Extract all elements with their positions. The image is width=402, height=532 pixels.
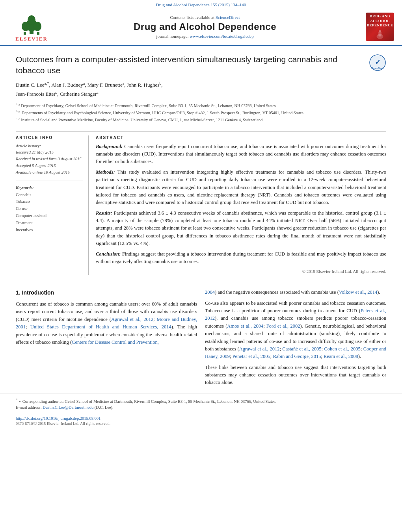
revised-date: Received in revised form 3 August 2015 xyxy=(16,156,83,163)
journal-homepage-link[interactable]: www.elsevier.com/locate/drugalcdep xyxy=(190,34,253,39)
footnote-star: * ⋆ Corresponding author at: Geisel Scho… xyxy=(16,397,386,404)
svg-point-3 xyxy=(34,22,41,31)
journal-title: Drug and Alcohol Dependence xyxy=(55,21,355,32)
svg-text:CrossMark: CrossMark xyxy=(371,67,384,70)
keywords-block: Keywords: Cannabis Tobacco Co-use Comput… xyxy=(16,184,83,234)
article-info-abstract-section: ARTICLE INFO Article history: Received 2… xyxy=(16,135,386,275)
ref-cohen[interactable]: Cohen et al., 2005 xyxy=(324,346,360,352)
keyword-tobacco: Tobacco xyxy=(16,198,83,205)
sciencedirect-link[interactable]: ScienceDirect xyxy=(216,15,240,20)
ref-agrawal-2012[interactable]: Agrawal et al., 2012 xyxy=(111,317,153,322)
page: Drug and Alcohol Dependence 155 (2015) 1… xyxy=(0,0,402,430)
article-title: Outcomes from a computer-assisted interv… xyxy=(16,54,363,76)
intro-p1: Concurrent use of tobacco is common amon… xyxy=(16,300,197,346)
journal-center-info: Contents lists available at ScienceDirec… xyxy=(55,15,355,39)
received-date: Received 21 May 2015 xyxy=(16,149,83,156)
abstract-results: Results: Participants achieved 3.6 ± 4.3… xyxy=(96,209,386,248)
ref-penetar[interactable]: Penetar et al., 2005 xyxy=(233,354,270,359)
keyword-cannabis: Cannabis xyxy=(16,191,83,198)
copyright-line: © 2015 Elsevier Ireland Ltd. All rights … xyxy=(96,268,386,275)
ref-agrawal2[interactable]: Agrawal et al., 2012 xyxy=(239,346,280,352)
keyword-computer: Computer-assisted xyxy=(16,212,83,219)
article-title-area: Outcomes from a computer-assisted interv… xyxy=(16,54,363,127)
ref-amos[interactable]: Amos et al., 2004 xyxy=(227,323,263,329)
elsevier-label: ELSEVIER xyxy=(15,36,48,42)
intro-p1-cont: 2004) and the negative consequences asso… xyxy=(205,289,386,296)
svg-point-2 xyxy=(22,22,30,31)
body-col-1: 1. Introduction Concurrent use of tobacc… xyxy=(16,289,197,390)
ref-ford[interactable]: Ford et al., 2002 xyxy=(266,323,300,329)
footnote-email-link[interactable]: Dustin.C.Lee@Dartmouth.edu xyxy=(43,405,93,410)
history-label: Article history: xyxy=(16,144,41,148)
badge-title-line2: DEPENDENCE xyxy=(367,23,393,28)
journal-header: ELSEVIER Contents lists available at Sci… xyxy=(0,8,402,46)
badge-title-line1: DRUG AND ALCOHOL xyxy=(367,14,393,23)
footnote-area: * ⋆ Corresponding author at: Geisel Scho… xyxy=(0,393,402,414)
journal-citation: Drug and Alcohol Dependence 155 (2015) 1… xyxy=(156,2,246,7)
abstract-background: Background: Cannabis users frequently re… xyxy=(96,143,386,166)
accepted-date: Accepted 5 August 2015 xyxy=(16,163,83,169)
footnote-email: E-mail address: Dustin.C.Lee@Dartmouth.e… xyxy=(16,404,386,411)
intro-heading: 1. Introduction xyxy=(16,289,197,297)
issn-line: 0376-8716/© 2015 Elsevier Ireland Ltd. A… xyxy=(0,421,402,430)
journal-badge-icon xyxy=(374,29,385,39)
affiliation-c: c ᶜ Institute of Social and Preventive M… xyxy=(16,116,363,123)
keyword-incentives: Incentives xyxy=(16,226,83,234)
crossmark-badge[interactable]: ✓ CrossMark xyxy=(369,54,386,71)
ref-usdhhs[interactable]: United States Department of Health and H… xyxy=(30,324,171,330)
article-title-section: Outcomes from a computer-assisted interv… xyxy=(16,54,386,127)
authors-line: Dustin C. Leea,*, Alan J. Budneya, Mary … xyxy=(16,80,363,98)
journal-badge-area: DRUG AND ALCOHOL DEPENDENCE xyxy=(355,13,394,41)
article-info-heading: ARTICLE INFO xyxy=(16,135,83,140)
doi-line: http://dx.doi.org/10.1016/j.drugalcdep.2… xyxy=(0,414,402,421)
divider-info xyxy=(16,180,83,180)
ref-volkow[interactable]: Volkow et al., 2014 xyxy=(339,289,377,295)
ref-rabin[interactable]: Rabin and George, 2015 xyxy=(273,354,321,359)
article-history: Article history: Received 21 May 2015 Re… xyxy=(16,143,83,176)
svg-point-4 xyxy=(28,15,35,25)
journal-citation-bar: Drug and Alcohol Dependence 155 (2015) 1… xyxy=(0,0,402,8)
affiliation-b: b ᵇ Departments of Psychiatry and Psycho… xyxy=(16,109,363,116)
body-section: 1. Introduction Concurrent use of tobacc… xyxy=(0,289,402,390)
abstract-methods: Methods: This study evaluated an interve… xyxy=(96,169,386,207)
abstract-conclusion: Conclusion: Findings suggest that provid… xyxy=(96,250,386,266)
keywords-label: Keywords: xyxy=(16,185,34,190)
article-content: Outcomes from a computer-assisted interv… xyxy=(0,46,402,283)
ref-cdc[interactable]: Centers for Disease Control and Preventi… xyxy=(72,339,159,345)
ref-castane[interactable]: Castañé et al., 2005 xyxy=(282,346,321,352)
journal-homepage-line: journal homepage: www.elsevier.com/locat… xyxy=(55,34,355,39)
affiliation-a: a ᵃ Department of Psychiatry, Geisel Sch… xyxy=(16,102,363,109)
elsevier-logo: ELSEVIER xyxy=(15,11,48,42)
svg-rect-5 xyxy=(24,32,26,35)
svg-rect-6 xyxy=(37,32,39,35)
divider-1 xyxy=(16,131,386,132)
elsevier-logo-area: ELSEVIER xyxy=(8,11,55,42)
svg-rect-9 xyxy=(379,30,381,32)
crossmark-icon: ✓ CrossMark xyxy=(369,54,386,71)
intro-p3: These links between cannabis and tobacco… xyxy=(205,364,386,387)
ref-ream[interactable]: Ream et al., 2008 xyxy=(324,354,358,359)
doi-url[interactable]: http://dx.doi.org/10.1016/j.drugalcdep.2… xyxy=(16,416,100,421)
abstract-text: Background: Cannabis users frequently re… xyxy=(96,143,386,275)
svg-rect-8 xyxy=(378,32,381,37)
elsevier-tree-icon xyxy=(18,11,45,35)
ref-peters[interactable]: Peters et al., 2012 xyxy=(205,308,386,321)
svg-text:✓: ✓ xyxy=(375,58,381,66)
body-col-2: 2004) and the negative consequences asso… xyxy=(205,289,386,390)
keyword-treatment: Treatment xyxy=(16,219,83,226)
affiliations: a ᵃ Department of Psychiatry, Geisel Sch… xyxy=(16,102,363,123)
available-date: Available online 10 August 2015 xyxy=(16,169,83,176)
journal-badge: DRUG AND ALCOHOL DEPENDENCE xyxy=(366,13,394,41)
intro-p2: Co-use also appears to be associated wit… xyxy=(205,300,386,361)
contents-available-text: Contents lists available at ScienceDirec… xyxy=(55,15,355,20)
ref-cdc-2004[interactable]: 2004 xyxy=(205,289,215,295)
abstract-heading: ABSTRACT xyxy=(96,135,386,140)
abstract-column: ABSTRACT Background: Cannabis users freq… xyxy=(96,135,386,275)
keyword-couse: Co-use xyxy=(16,205,83,212)
article-info-column: ARTICLE INFO Article history: Received 2… xyxy=(16,135,89,275)
divider-body xyxy=(16,283,386,283)
